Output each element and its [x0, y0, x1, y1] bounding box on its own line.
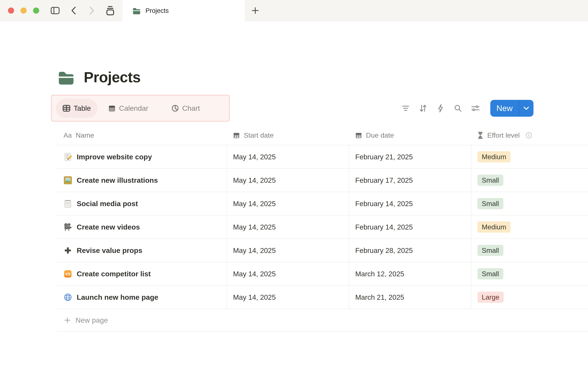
tab-stack-icon [106, 6, 114, 15]
folder-icon [57, 68, 75, 86]
effort-badge[interactable]: Small [477, 175, 503, 186]
due-date-cell[interactable]: February 28, 2025 [349, 239, 471, 262]
effort-cell[interactable]: Small [471, 169, 588, 192]
window-tab-bar: Projects [0, 0, 588, 21]
row-name-cell[interactable]: Create new videos [57, 216, 227, 239]
forward-chevron-icon [89, 7, 95, 15]
memo-icon [64, 153, 72, 161]
filter-icon [401, 105, 410, 112]
forward-button[interactable] [86, 4, 98, 17]
view-settings-icon [471, 105, 480, 112]
view-settings-button[interactable] [470, 103, 481, 114]
calendar-icon [108, 104, 116, 112]
start-date-cell[interactable]: May 14, 2025 [227, 286, 349, 309]
row-name-cell[interactable]: Revise value props [57, 239, 227, 262]
new-button-group: New [490, 100, 534, 117]
due-date-cell[interactable]: February 14, 2025 [349, 192, 471, 215]
table-row: Revise value props May 14, 2025 February… [57, 239, 588, 262]
column-header-effort-level[interactable]: Effort level [471, 126, 588, 145]
row-name-cell[interactable]: Create new illustrations [57, 169, 227, 192]
new-page-label: New page [76, 316, 108, 324]
view-tab-calendar[interactable]: Calendar [102, 99, 155, 118]
due-date-cell[interactable]: March 12, 2025 [349, 262, 471, 285]
start-date-cell[interactable]: May 14, 2025 [227, 192, 349, 215]
minimize-button[interactable] [20, 8, 27, 14]
row-name-cell[interactable]: Launch new home page [57, 286, 227, 309]
effort-cell[interactable]: Medium [471, 145, 588, 168]
sidebar-toggle-button[interactable] [49, 4, 61, 17]
view-tab-label: Calendar [119, 104, 148, 112]
start-date-cell[interactable]: May 14, 2025 [227, 169, 349, 192]
effort-badge[interactable]: Small [477, 245, 503, 256]
start-date-cell[interactable]: May 14, 2025 [227, 145, 349, 168]
effort-cell[interactable]: Large [471, 286, 588, 309]
view-tab-label: Table [74, 104, 91, 112]
tab-stack-button[interactable] [104, 4, 116, 17]
nav-icons [49, 0, 116, 21]
pie-chart-icon [172, 105, 179, 112]
filter-button[interactable] [400, 103, 411, 114]
tab-title: Projects [146, 7, 169, 14]
start-date-cell[interactable]: May 14, 2025 [227, 262, 349, 285]
close-button[interactable] [8, 8, 14, 14]
view-switcher: Table Calendar Chart [51, 95, 230, 122]
effort-cell[interactable]: Small [471, 239, 588, 262]
view-toolbar: New [400, 95, 534, 122]
page-header: Projects [57, 68, 141, 86]
new-page-button[interactable]: New page [57, 309, 588, 332]
hourglass-icon [477, 132, 483, 139]
automations-button[interactable] [435, 103, 446, 114]
table-row: Social media post May 14, 2025 February … [57, 192, 588, 216]
due-date-cell[interactable]: February 17, 2025 [349, 169, 471, 192]
automations-icon [438, 104, 444, 113]
view-tab-table[interactable]: Table [56, 99, 97, 118]
due-date-cell[interactable]: February 21, 2025 [349, 145, 471, 168]
table-row: VS Create competitor list May 14, 2025 M… [57, 262, 588, 286]
effort-cell[interactable]: Small [471, 262, 588, 285]
column-header-name[interactable]: Aa Name [57, 126, 227, 145]
globe-icon [64, 293, 72, 301]
folder-icon [132, 6, 141, 15]
row-name-cell[interactable]: Social media post [57, 192, 227, 215]
effort-badge[interactable]: Medium [477, 221, 510, 233]
column-header-due-date[interactable]: Due date [349, 126, 471, 145]
effort-cell[interactable]: Medium [471, 216, 588, 239]
calendar-icon [233, 132, 240, 139]
chevron-down-icon [524, 107, 529, 110]
due-date-cell[interactable]: March 21, 2025 [349, 286, 471, 309]
effort-badge[interactable]: Small [477, 198, 503, 209]
view-tab-chart[interactable]: Chart [165, 99, 207, 118]
effort-cell[interactable]: Small [471, 192, 588, 215]
start-date-cell[interactable]: May 14, 2025 [227, 216, 349, 239]
new-tab-button[interactable] [248, 4, 262, 17]
effort-badge[interactable]: Large [477, 292, 504, 303]
tab-projects[interactable]: Projects [122, 0, 245, 21]
view-tab-label: Chart [182, 104, 200, 112]
due-date-cell[interactable]: February 14, 2025 [349, 216, 471, 239]
new-dropdown-button[interactable] [519, 100, 534, 117]
sort-button[interactable] [417, 103, 429, 114]
row-name-cell[interactable]: Improve website copy [57, 145, 227, 168]
sort-icon [419, 104, 427, 112]
zoom-button[interactable] [33, 8, 39, 14]
effort-badge[interactable]: Medium [477, 151, 510, 163]
row-name-cell[interactable]: VS Create competitor list [57, 262, 227, 285]
back-chevron-icon [71, 7, 76, 15]
sidebar-toggle-icon [51, 7, 60, 14]
effort-badge[interactable]: Small [477, 268, 503, 280]
plus-icon [64, 317, 71, 323]
vs-icon: VS [64, 270, 72, 278]
search-button[interactable] [452, 103, 464, 114]
table-row: Create new videos May 14, 2025 February … [57, 216, 588, 239]
start-date-cell[interactable]: May 14, 2025 [227, 239, 349, 262]
page-title[interactable]: Projects [84, 69, 141, 86]
heavy-plus-icon [64, 246, 72, 255]
table-row: Create new illustrations May 14, 2025 Fe… [57, 169, 588, 192]
back-button[interactable] [67, 4, 80, 17]
new-button[interactable]: New [490, 100, 519, 117]
search-icon [454, 104, 462, 112]
column-header-start-date[interactable]: Start date [227, 126, 349, 145]
info-icon[interactable] [526, 132, 532, 139]
calendar-icon [355, 132, 362, 139]
table-row: Improve website copy May 14, 2025 Februa… [57, 145, 588, 169]
